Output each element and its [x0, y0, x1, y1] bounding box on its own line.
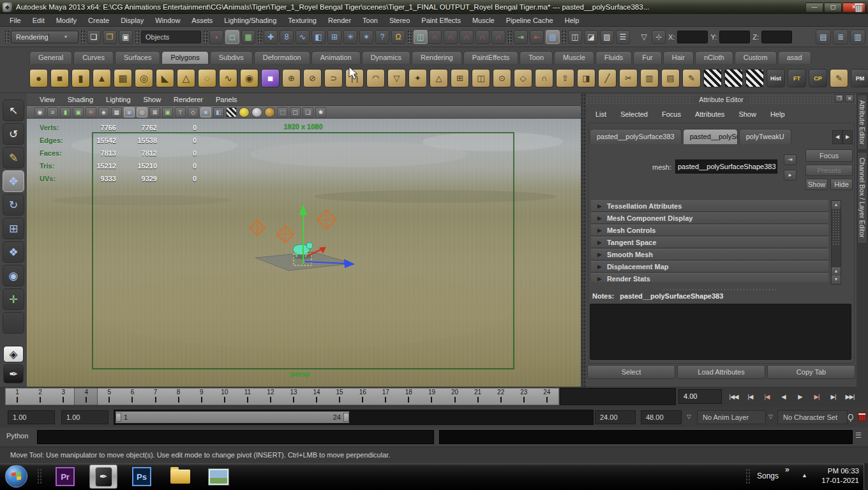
mask-surfaces-icon[interactable]: ◧ [311, 30, 326, 44]
menu-item[interactable]: Render [322, 14, 357, 27]
isolate-select-icon[interactable]: ◈ [98, 107, 109, 117]
light-default-icon[interactable] [251, 107, 262, 117]
rotate-tool[interactable]: ↻ [3, 194, 24, 216]
timeline-frame-tick[interactable]: 14 [305, 389, 328, 405]
shelf-tab[interactable]: Fluids [595, 51, 632, 64]
poly-plane-icon[interactable]: ▦ [114, 69, 132, 87]
snap-to-points-icon[interactable]: ∩ [460, 30, 474, 44]
grip-handle[interactable] [562, 30, 566, 44]
output-connection-icon[interactable]: ▸ [784, 170, 797, 181]
interactive-creation-icon[interactable]: ■ [261, 69, 280, 87]
taskbar-photoviewer-button[interactable] [204, 464, 232, 489]
expand-triangle-icon[interactable]: ▶ [597, 215, 602, 221]
input-connections-icon[interactable]: ⇥ [514, 30, 528, 44]
maximize-button[interactable]: ▢ [824, 3, 842, 12]
timeline-frame-tick[interactable]: 17 [374, 389, 397, 405]
toggle-attribute-editor-button[interactable]: ▤ [816, 29, 831, 45]
select-by-hierarchy-icon[interactable]: ▪ [209, 30, 223, 44]
checker-map-icon-1[interactable]: ▚ [703, 69, 722, 87]
poly-cube-icon[interactable]: ■ [50, 69, 69, 87]
menu-item[interactable]: Create [82, 14, 115, 27]
command-language-label[interactable]: Python [6, 432, 28, 440]
shelf-tab[interactable]: Muscle [554, 51, 594, 64]
trash-icon[interactable] [855, 3, 863, 13]
sculpt-geometry-icon[interactable]: ✎ [682, 69, 701, 87]
shelf-tab[interactable]: Hair [663, 51, 694, 64]
toolbar-overflow-chevron[interactable]: » [785, 465, 789, 474]
menu-item[interactable]: Stereo [384, 14, 415, 27]
grip-handle[interactable] [37, 468, 42, 485]
safe-action-icon[interactable]: ▣ [162, 107, 173, 117]
mask-misc-icon[interactable]: ? [375, 30, 389, 44]
shelf-tab[interactable]: Surfaces [115, 51, 160, 64]
construction-history-icon[interactable]: ▤ [546, 30, 560, 44]
cleanup-icon[interactable]: ✦ [408, 69, 427, 87]
mask-joints-icon[interactable]: 8 [280, 30, 294, 44]
toggle-tool-settings-button[interactable]: ≣ [833, 29, 848, 45]
quadrangulate-icon[interactable]: ⊞ [451, 69, 469, 87]
grip-handle[interactable] [507, 30, 512, 44]
xray-icon[interactable]: ▢ [290, 107, 301, 117]
attribute-section-row[interactable]: ▶ Smooth Mesh [591, 249, 828, 260]
safe-title-icon[interactable]: T [175, 107, 186, 117]
auto-keyframe-icon[interactable]: Ϙ [848, 413, 853, 422]
character-set-selector[interactable]: No Character Set [777, 410, 848, 424]
timeline-frame-tick[interactable]: 21 [467, 389, 490, 405]
universal-manipulator-tool[interactable]: ❖ [3, 241, 24, 263]
shelf-tab[interactable]: Curves [73, 51, 114, 64]
grip-handle[interactable] [407, 30, 412, 44]
taskbar-clock[interactable]: PM 06:33 17-01-2021 [808, 466, 859, 486]
timeline-frame-tick[interactable]: 18 [397, 389, 420, 405]
focus-button[interactable]: Focus [805, 149, 853, 162]
textured-icon[interactable]: ◧ [213, 107, 224, 117]
timeline-frame-tick[interactable]: 12 [259, 389, 282, 405]
z-input[interactable] [761, 31, 792, 43]
tab-scroll-left-button[interactable]: ◀ [832, 130, 842, 144]
tab-scroll-right-button[interactable]: ▶ [842, 130, 853, 144]
chevron-down-icon[interactable]: ▾ [49, 34, 78, 40]
triangulate-icon[interactable]: △ [430, 69, 448, 87]
timeline-frame-tick[interactable]: 1 [6, 389, 29, 405]
command-output[interactable] [439, 430, 853, 444]
offset-edge-loop-icon[interactable]: ▤ [661, 69, 680, 87]
range-slider-track[interactable]: 1 24 [114, 410, 594, 425]
move-tool[interactable]: ✥ [3, 170, 24, 192]
taskbar-explorer-button[interactable] [166, 464, 194, 489]
attribute-editor-menu-item[interactable]: List [588, 110, 613, 118]
ft-icon[interactable]: FT [788, 69, 806, 87]
shelf-tab[interactable]: General [29, 51, 72, 64]
chevron-down-icon[interactable]: ▽ [639, 30, 649, 44]
separate-icon[interactable]: ⊘ [303, 69, 322, 87]
resolution-gate-icon[interactable]: ◙ [124, 107, 135, 117]
timeline-frame-tick[interactable]: 15 [328, 389, 351, 405]
playback-end-field[interactable]: 24.00 [595, 410, 636, 424]
animation-preferences-icon[interactable] [858, 412, 866, 421]
make-hole-icon[interactable]: ⊙ [493, 69, 511, 87]
film-gate-icon[interactable]: ▦ [111, 107, 122, 117]
attribute-editor-tab[interactable]: pasted__polySurface383 [590, 129, 682, 144]
panel-separator[interactable] [581, 93, 586, 387]
expand-triangle-icon[interactable]: ▶ [597, 239, 602, 246]
animation-start-field[interactable]: 1.00 [8, 410, 55, 424]
menu-item[interactable]: Display [115, 14, 149, 27]
grip-handle[interactable] [203, 30, 207, 44]
scroll-down-icon[interactable]: ▼ [832, 276, 841, 284]
grip-handle[interactable] [257, 30, 262, 44]
minimize-button[interactable]: — [805, 3, 823, 12]
toggle-channel-box-button[interactable]: ▥ [850, 29, 865, 45]
taskbar-premiere-button[interactable]: Pr [51, 464, 79, 489]
chevron-down-icon[interactable]: ▽ [768, 413, 773, 420]
close-panel-button[interactable]: ✕ [845, 94, 854, 103]
notes-textarea[interactable] [590, 304, 851, 360]
step-forward-key-button[interactable]: ▶| [809, 389, 824, 405]
expand-triangle-icon[interactable]: ▶ [597, 264, 602, 270]
go-to-end-button[interactable]: ▶▶| [842, 389, 857, 405]
light-yellow-icon[interactable] [239, 107, 250, 117]
lock-selection-icon[interactable]: Ω [391, 30, 405, 44]
render-view-icon[interactable]: ◫ [568, 30, 582, 44]
menu-item[interactable]: Modify [50, 14, 82, 27]
render-settings-icon[interactable]: ☰ [616, 30, 630, 44]
field-chart-icon[interactable]: ⊠ [149, 107, 160, 117]
attribute-section-row[interactable]: ▶ Tangent Space [591, 237, 828, 248]
menu-item[interactable]: Toon [357, 14, 384, 27]
